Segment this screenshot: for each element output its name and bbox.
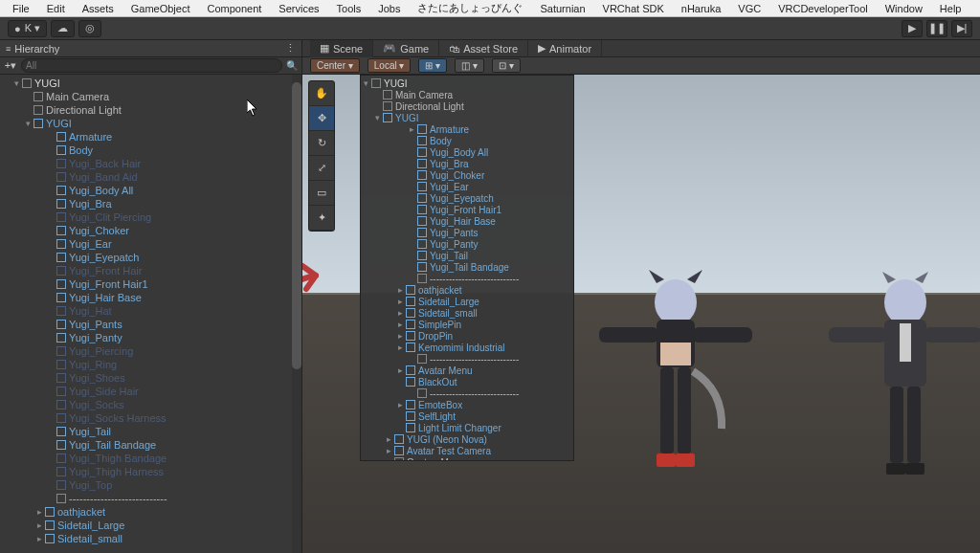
tree-item[interactable]: Yugi_Tail: [361, 250, 573, 261]
tree-item[interactable]: Directional Light: [361, 100, 573, 112]
tree-item[interactable]: ----------------------------: [361, 273, 573, 284]
expand-caret-icon[interactable]: ▸: [395, 308, 405, 318]
scrollbar[interactable]: [292, 75, 301, 553]
menu-help[interactable]: Help: [931, 1, 970, 16]
tree-item[interactable]: Yugi_Hair Base: [361, 215, 573, 227]
hierarchy-search-input[interactable]: [21, 58, 282, 73]
tree-item[interactable]: Yugi_Pants: [361, 227, 573, 238]
search-icon[interactable]: 🔍: [286, 60, 298, 71]
rotate-tool[interactable]: ↻: [309, 131, 334, 156]
tree-item[interactable]: Yugi_Back Hair: [0, 157, 301, 170]
tree-item[interactable]: Yugi_Shoes: [0, 371, 301, 385]
menu-nharuka[interactable]: nHaruka: [673, 1, 730, 16]
tree-item[interactable]: Yugi_Tail: [0, 425, 301, 438]
tree-item[interactable]: ▸Sidetail_Large: [0, 519, 301, 532]
tree-item[interactable]: Yugi_Front Hair1: [361, 204, 573, 215]
tree-item[interactable]: Yugi_Pants: [0, 318, 301, 331]
context-menu-icon[interactable]: ⋮: [285, 42, 296, 55]
tree-item[interactable]: ▸Sidetail_Large: [361, 296, 573, 307]
tree-item[interactable]: Yugi_Eyepatch: [0, 251, 301, 264]
tab-scene[interactable]: ▦Scene: [310, 40, 373, 57]
expand-caret-icon[interactable]: ▾: [11, 78, 21, 88]
tree-item[interactable]: Yugi_Eyepatch: [361, 192, 573, 204]
tree-item[interactable]: Armature: [0, 130, 301, 144]
move-tool[interactable]: ✥: [309, 106, 334, 131]
tree-item[interactable]: Yugi_Ear: [0, 237, 301, 251]
tree-item[interactable]: Yugi_Ear: [361, 181, 573, 192]
menu-jobs[interactable]: Jobs: [369, 1, 409, 16]
play-button[interactable]: ▶: [902, 20, 923, 37]
tree-item[interactable]: ▸oathjacket: [361, 284, 573, 296]
cloud-button[interactable]: ☁: [51, 20, 75, 37]
tree-item[interactable]: Yugi_Hair Base: [0, 291, 301, 304]
tree-item[interactable]: ▸EmoteBox: [361, 399, 573, 410]
space-dropdown[interactable]: Local ▾: [368, 58, 412, 73]
pivot-dropdown[interactable]: Center ▾: [310, 58, 360, 73]
tab-asset-store[interactable]: 🛍Asset Store: [439, 40, 528, 57]
hand-tool[interactable]: ✋: [309, 81, 334, 106]
tree-item[interactable]: Yugi_Front Hair: [0, 264, 301, 277]
expand-caret-icon[interactable]: ▸: [407, 124, 416, 134]
tree-item[interactable]: Yugi_Side Hair: [0, 385, 301, 398]
tree-item[interactable]: Yugi_Thigh Harness: [0, 465, 301, 478]
account-dropdown[interactable]: ● K ▾: [8, 20, 47, 37]
tree-item[interactable]: Yugi_Tail Bandage: [361, 261, 573, 273]
tree-item[interactable]: BlackOut: [361, 376, 573, 387]
avatar-model-2[interactable]: [819, 266, 980, 515]
expand-caret-icon[interactable]: ▸: [395, 285, 405, 295]
tree-item[interactable]: ▾YUGI: [361, 112, 573, 123]
scene-viewport[interactable]: ✋ ✥ ↻ ⤢ ▭ ✦ ▾YUGIMain CameraDirectional …: [302, 75, 980, 553]
menu-vrcdevelopertool[interactable]: VRCDeveloperTool: [769, 1, 877, 16]
expand-caret-icon[interactable]: ▾: [372, 113, 382, 122]
avatar-model-1[interactable]: [590, 266, 762, 515]
tree-item[interactable]: Body: [0, 144, 301, 157]
menu-file[interactable]: File: [4, 1, 38, 16]
expand-caret-icon[interactable]: ▸: [34, 520, 44, 530]
tree-item[interactable]: GestureManager: [361, 456, 573, 461]
tree-item[interactable]: Main Camera: [361, 89, 573, 100]
menu-window[interactable]: Window: [877, 1, 931, 16]
tree-item[interactable]: Yugi_Panty: [0, 331, 301, 344]
tree-item[interactable]: ----------------------------: [361, 353, 573, 365]
tree-item[interactable]: ▸Avatar Test Camera: [361, 445, 573, 456]
expand-caret-icon[interactable]: ▸: [395, 400, 405, 409]
tree-item[interactable]: ▸Sidetail_small: [0, 532, 301, 545]
tree-item[interactable]: Body: [361, 135, 573, 146]
menu-さたにあしょっぴんぐ[interactable]: さたにあしょっぴんぐ: [409, 0, 531, 17]
inc-dropdown[interactable]: ⊡ ▾: [492, 58, 521, 73]
tree-item[interactable]: Yugi_Piercing: [0, 344, 301, 358]
tab-game[interactable]: 🎮Game: [373, 40, 439, 57]
menu-vrchat sdk[interactable]: VRChat SDK: [594, 1, 673, 16]
tree-item[interactable]: ▸oathjacket: [0, 505, 301, 519]
grid-dropdown[interactable]: ⊞ ▾: [418, 58, 447, 73]
menu-assets[interactable]: Assets: [74, 1, 122, 16]
tree-item[interactable]: Yugi_Bra: [361, 158, 573, 169]
hierarchy-tree[interactable]: ▾YUGIMain CameraDirectional Light▾YUGIAr…: [0, 75, 301, 553]
tree-item[interactable]: ----------------------------: [361, 387, 573, 399]
tree-item[interactable]: Yugi_Front Hair1: [0, 277, 301, 291]
expand-caret-icon[interactable]: ▸: [34, 534, 44, 543]
expand-caret-icon[interactable]: ▾: [361, 78, 370, 88]
tree-item[interactable]: Yugi_Ring: [0, 358, 301, 371]
tree-item[interactable]: Yugi_Hat: [0, 304, 301, 318]
expand-caret-icon[interactable]: ▸: [395, 320, 405, 329]
tree-item[interactable]: Yugi_Thigh Bandage: [0, 452, 301, 465]
tree-item[interactable]: ▸YUGI (Neon Nova): [361, 433, 573, 445]
tree-item[interactable]: ▸Avatar Menu: [361, 365, 573, 376]
menu-gameobject[interactable]: GameObject: [122, 1, 199, 16]
menu-tools[interactable]: Tools: [328, 1, 370, 16]
pause-button[interactable]: ❚❚: [926, 20, 947, 37]
tree-item[interactable]: ▾YUGI: [0, 117, 301, 130]
menu-component[interactable]: Component: [198, 1, 270, 16]
menu-services[interactable]: Services: [270, 1, 327, 16]
tree-item[interactable]: Yugi_Socks: [0, 398, 301, 411]
tree-item[interactable]: ▾YUGI: [361, 77, 573, 89]
tree-item[interactable]: ----------------------------: [0, 492, 301, 505]
step-button[interactable]: ▶|: [951, 20, 972, 37]
tree-item[interactable]: Yugi_Clit Piercing: [0, 210, 301, 224]
tree-item[interactable]: ▸DropPin: [361, 330, 573, 342]
tree-item[interactable]: ▸Sidetail_small: [361, 307, 573, 319]
tree-item[interactable]: Yugi_Band Aid: [0, 170, 301, 184]
tree-item[interactable]: Yugi_Choker: [0, 224, 301, 237]
snap-dropdown[interactable]: ◫ ▾: [455, 58, 484, 73]
